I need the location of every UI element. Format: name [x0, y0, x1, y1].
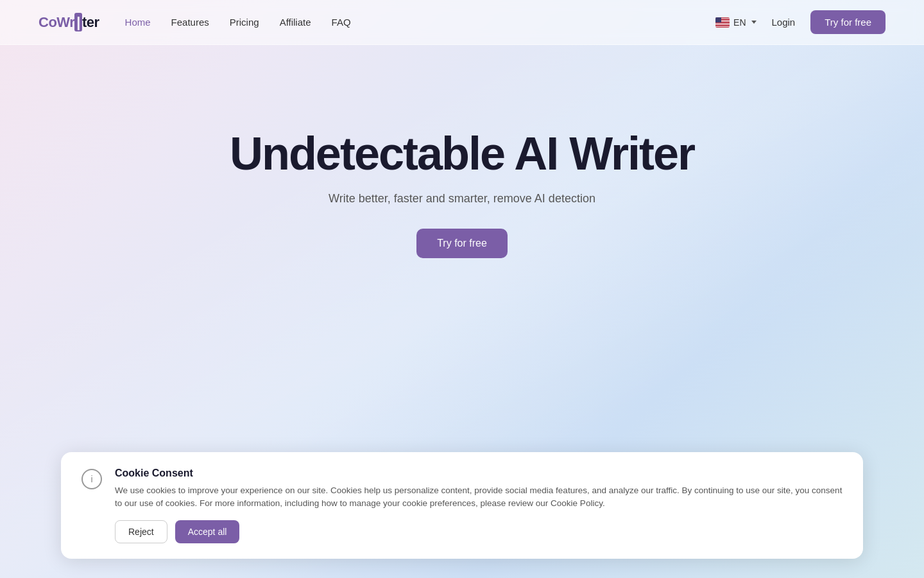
- logo-iter: ter: [82, 14, 99, 30]
- nav-link-faq[interactable]: FAQ: [332, 17, 351, 28]
- logo-co: CoWr: [38, 14, 74, 30]
- navbar-left: CoWr|ter Home Features Pricing Affiliate…: [38, 14, 351, 31]
- reject-button[interactable]: Reject: [115, 520, 167, 543]
- nav-link-affiliate[interactable]: Affiliate: [280, 17, 311, 28]
- hero-subtitle: Write better, faster and smarter, remove…: [329, 192, 595, 206]
- hero-section: Undetectable AI Writer Write better, fas…: [0, 45, 924, 258]
- cookie-body-text: We use cookies to improve your experienc…: [115, 486, 842, 508]
- lang-label: EN: [733, 17, 746, 28]
- cookie-text: We use cookies to improve your experienc…: [115, 484, 843, 511]
- chevron-down-icon: [751, 21, 757, 24]
- cookie-banner: i Cookie Consent We use cookies to impro…: [61, 452, 863, 559]
- logo-bracket: |: [74, 13, 82, 31]
- nav-links: Home Features Pricing Affiliate FAQ: [125, 17, 351, 28]
- accept-all-button[interactable]: Accept all: [175, 520, 240, 543]
- flag-icon: [715, 17, 730, 28]
- nav-link-pricing[interactable]: Pricing: [230, 17, 259, 28]
- hero-cta-button[interactable]: Try for free: [416, 229, 508, 258]
- nav-link-home[interactable]: Home: [125, 17, 151, 28]
- navbar: CoWr|ter Home Features Pricing Affiliate…: [0, 0, 924, 45]
- cookie-content: Cookie Consent We use cookies to improve…: [115, 468, 843, 544]
- cookie-info-icon: i: [81, 469, 102, 489]
- try-free-button-nav[interactable]: Try for free: [810, 10, 886, 34]
- logo-text: CoWr|ter: [38, 14, 99, 31]
- cookie-title: Cookie Consent: [115, 468, 843, 479]
- hero-title: Undetectable AI Writer: [230, 128, 694, 179]
- language-selector[interactable]: EN: [715, 17, 756, 28]
- cookie-actions: Reject Accept all: [115, 520, 843, 543]
- navbar-right: EN Login Try for free: [715, 10, 886, 34]
- login-button[interactable]: Login: [772, 17, 796, 28]
- logo[interactable]: CoWr|ter: [38, 14, 99, 31]
- nav-link-features[interactable]: Features: [171, 17, 209, 28]
